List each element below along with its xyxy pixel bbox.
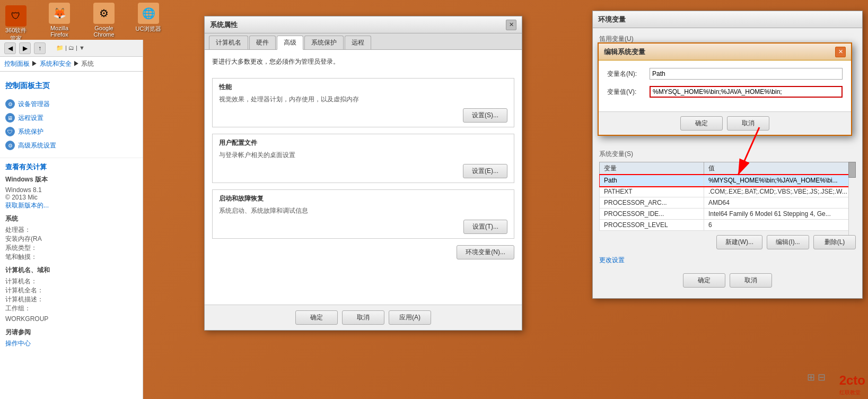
- desktop: 🦊 MozillaFirefox ⚙ Google Chrome 🌐 UC浏览器…: [0, 0, 868, 399]
- icon-firefox[interactable]: 🦊 MozillaFirefox: [42, 3, 76, 38]
- sys-props-footer: 确定 取消 应用(A): [205, 305, 522, 330]
- change-settings-link[interactable]: 更改设置: [599, 256, 856, 265]
- env-vars-footer: 确定 取消: [599, 269, 856, 292]
- perf-title: 性能: [219, 83, 507, 92]
- delete-sys-var-btn[interactable]: 删除(L): [813, 235, 856, 249]
- windows-version-title: Windows 版本: [5, 175, 137, 184]
- perf-settings-btn[interactable]: 设置(S)...: [463, 108, 507, 123]
- env-ok-btn[interactable]: 确定: [683, 273, 725, 288]
- sidebar-item-sys-protect[interactable]: 🛡 系统保护: [5, 125, 137, 138]
- advanced-label: 高级系统设置: [18, 141, 56, 150]
- sys-props-body: 要进行大多数更改，您必须作为管理员登录。 性能 视觉效果，处理器计划，内存使用，…: [205, 50, 522, 305]
- startup-settings-btn[interactable]: 设置(T)...: [463, 220, 507, 234]
- tab-remote[interactable]: 远程: [345, 36, 371, 49]
- sys-props-ok-btn[interactable]: 确定: [295, 310, 338, 325]
- sys-vars-btn-row: 新建(W)... 编辑(I)... 删除(L): [599, 235, 856, 249]
- user-profile-title: 用户配置文件: [219, 138, 507, 148]
- action-center-link[interactable]: 操作中心: [5, 339, 137, 348]
- edit-var-cancel-btn[interactable]: 取消: [727, 116, 769, 131]
- sys-props-dialog: 系统属性 ✕ 计算机名 硬件 高级 系统保护 远程 要进行大多数更改，您必须作为…: [204, 16, 522, 331]
- env-cancel-btn[interactable]: 取消: [730, 273, 772, 288]
- sys-vars-section: 系统变量(S) 变量 值 Path %MYSQL_HOME%\b: [599, 150, 856, 249]
- user-profile-settings-btn[interactable]: 设置(E)...: [463, 164, 507, 178]
- view-info-link[interactable]: 查看有关计算: [5, 162, 137, 172]
- sys-props-title: 系统属性: [210, 20, 238, 30]
- sidebar-item-device-mgr[interactable]: ⚙ 设备管理器: [5, 97, 137, 111]
- edit-var-titlebar: 编辑系统变量 ✕: [599, 44, 851, 60]
- var-name-path: Path: [600, 175, 704, 186]
- table-row[interactable]: PROCESSOR_LEVEL 6: [600, 220, 856, 231]
- dialog-notice: 要进行大多数更改，您必须作为管理员登录。: [212, 57, 514, 71]
- icon-chrome[interactable]: ⚙ Google Chrome: [87, 3, 121, 38]
- up-btn[interactable]: ↑: [34, 42, 46, 54]
- update-link[interactable]: 获取新版本的...: [5, 201, 137, 210]
- tab-sys-protect[interactable]: 系统保护: [304, 36, 344, 49]
- watermark: 2cto 红联教堂: [839, 373, 865, 396]
- table-row[interactable]: PATHEXT .COM;.EXE;.BAT;.CMD;.VBS;.VBE;.J…: [600, 186, 856, 197]
- sys-props-cancel-btn[interactable]: 取消: [342, 310, 384, 325]
- sys-props-apply-btn[interactable]: 应用(A): [389, 310, 431, 325]
- sys-type-row: 系统类型：: [5, 244, 137, 253]
- var-val-proc-ide: Intel64 Family 6 Model 61 Stepping 4, Ge…: [704, 209, 855, 220]
- sys-protect-label: 系统保护: [18, 127, 43, 136]
- tab-hardware[interactable]: 硬件: [249, 36, 276, 49]
- scrollbar-track[interactable]: [848, 162, 856, 235]
- sys-vars-table: 变量 值 Path %MYSQL_HOME%\bin;%JAVA_HOME%\b…: [599, 162, 856, 231]
- var-val-pathext: .COM;.EXE;.BAT;.CMD;.VBS;.VBE;.JS;.JSE;.…: [704, 186, 855, 197]
- pen-touch-row: 笔和触摸：: [5, 253, 137, 262]
- edit-var-ok-btn[interactable]: 确定: [680, 116, 723, 131]
- table-row[interactable]: PROCESSOR_IDE... Intel64 Family 6 Model …: [600, 209, 856, 220]
- processor-row: 处理器：: [5, 225, 137, 235]
- device-mgr-label: 设备管理器: [18, 100, 50, 109]
- cp-main-area: 查看有关计算 Windows 版本 Windows 8.1 © 2013 Mic…: [0, 158, 143, 348]
- col-var: 变量: [600, 162, 704, 175]
- system-section-title: 系统: [5, 214, 137, 223]
- col-val: 值: [704, 162, 855, 175]
- var-value-label: 变量值(V):: [607, 88, 644, 97]
- var-value-row: 变量值(V):: [607, 86, 843, 98]
- uc-icon: 🌐: [138, 3, 159, 24]
- var-name-proc-level: PROCESSOR_LEVEL: [600, 220, 704, 231]
- var-name-proc-ide: PROCESSOR_IDE...: [600, 209, 704, 220]
- var-name-input[interactable]: [650, 68, 843, 80]
- icon-uc[interactable]: 🌐 UC浏览器: [131, 3, 165, 38]
- sidebar-item-remote[interactable]: 🖥 远程设置: [5, 111, 137, 125]
- sys-props-titlebar: 系统属性 ✕: [205, 16, 522, 33]
- edit-var-body: 变量名(N): 变量值(V):: [599, 60, 851, 111]
- file-toolbar-icons: 📁 | 🗂 | ▼: [56, 45, 85, 51]
- var-value-input[interactable]: [650, 86, 843, 98]
- breadcrumb: 控制面板 ▶ 系统和安全 ▶ 系统: [0, 57, 143, 72]
- icon-360[interactable]: 🛡 360软件管家: [5, 5, 27, 42]
- device-mgr-icon: ⚙: [5, 99, 15, 109]
- var-val-proc-level: 6: [704, 220, 855, 231]
- remote-icon: 🖥: [5, 113, 15, 123]
- var-name-proc-arch: PROCESSOR_ARC...: [600, 197, 704, 209]
- new-sys-var-btn[interactable]: 新建(W)...: [716, 235, 762, 249]
- sys-props-close-btn[interactable]: ✕: [506, 20, 516, 30]
- cp-nav-bar: ◀ ▶ ↑ 📁 | 🗂 | ▼: [0, 40, 143, 57]
- computer-fullname-row: 计算机全名：: [5, 286, 137, 295]
- sidebar-item-advanced[interactable]: ⚙ 高级系统设置: [5, 138, 137, 152]
- table-row[interactable]: Path %MYSQL_HOME%\bin;%JAVA_HOME%\bi...: [600, 175, 856, 186]
- windows-version: Windows 8.1: [5, 186, 137, 194]
- sys-vars-label: 系统变量(S): [599, 150, 856, 159]
- edit-var-close-btn[interactable]: ✕: [835, 47, 846, 57]
- chrome-icon: ⚙: [93, 3, 115, 24]
- edit-sys-var-btn[interactable]: 编辑(I)...: [767, 235, 809, 249]
- desktop-icons-top: 🦊 MozillaFirefox ⚙ Google Chrome 🌐 UC浏览器: [42, 3, 165, 38]
- tab-computer-name[interactable]: 计算机名: [209, 36, 248, 49]
- edit-var-footer: 确定 取消: [599, 111, 851, 135]
- var-name-pathext: PATHEXT: [600, 186, 704, 197]
- table-row[interactable]: PROCESSOR_ARC... AMD64: [600, 197, 856, 209]
- sys-props-tabs: 计算机名 硬件 高级 系统保护 远程: [205, 33, 522, 50]
- env-vars-btn[interactable]: 环境变量(N)...: [457, 245, 514, 259]
- env-vars-title: 环境变量: [598, 15, 626, 24]
- forward-btn[interactable]: ▶: [19, 42, 31, 54]
- scrollbar-thumb[interactable]: [848, 162, 856, 178]
- also-see-title: 另请参阅: [5, 328, 137, 337]
- tab-advanced[interactable]: 高级: [277, 36, 303, 50]
- var-name-row: 变量名(N):: [607, 68, 843, 80]
- startup-desc: 系统启动、系统故障和调试信息: [219, 206, 507, 215]
- computer-section-title: 计算机名、域和: [5, 266, 137, 275]
- back-btn[interactable]: ◀: [4, 42, 16, 54]
